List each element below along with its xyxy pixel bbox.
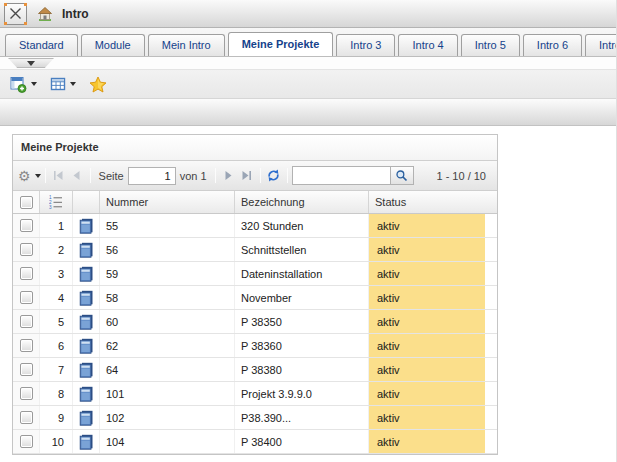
table-row[interactable]: 9 102 P38.390... aktiv bbox=[13, 406, 497, 430]
cell-bezeichnung: P 38380 bbox=[235, 358, 369, 381]
select-all-checkbox[interactable] bbox=[20, 196, 33, 209]
search-icon bbox=[395, 169, 408, 182]
row-checkbox[interactable] bbox=[20, 243, 33, 256]
table-view-button[interactable] bbox=[47, 74, 79, 94]
table-row[interactable]: 2 56 Schnittstellen aktiv bbox=[13, 238, 497, 262]
status-badge: aktiv bbox=[369, 406, 485, 429]
row-number: 9 bbox=[40, 406, 73, 429]
tab-intro-3[interactable]: Intro 3 bbox=[336, 34, 395, 56]
search-input[interactable] bbox=[292, 166, 390, 185]
row-number: 6 bbox=[40, 334, 73, 357]
project-book-icon bbox=[79, 314, 94, 330]
status-badge: aktiv bbox=[369, 430, 485, 453]
row-icon-cell bbox=[73, 310, 100, 333]
favorite-button[interactable] bbox=[86, 74, 110, 95]
row-checkbox[interactable] bbox=[20, 315, 33, 328]
select-all-header[interactable] bbox=[13, 191, 40, 213]
row-number: 2 bbox=[40, 238, 73, 261]
application-window: Intro Standard Module Mein Intro Meine P… bbox=[0, 0, 617, 462]
column-header-bezeichnung[interactable]: Bezeichnung bbox=[235, 191, 369, 213]
status-badge: aktiv bbox=[369, 214, 485, 237]
close-button[interactable] bbox=[4, 3, 27, 25]
add-panel-button[interactable] bbox=[7, 74, 40, 95]
settings-button[interactable]: ⚙ bbox=[18, 166, 41, 186]
row-checkbox[interactable] bbox=[20, 411, 33, 424]
cell-bezeichnung: Schnittstellen bbox=[235, 238, 369, 261]
collapsed-panel-band[interactable] bbox=[0, 99, 616, 126]
project-book-icon bbox=[79, 410, 94, 426]
table-row[interactable]: 5 60 P 38350 aktiv bbox=[13, 310, 497, 334]
row-checkbox[interactable] bbox=[20, 363, 33, 376]
tab-module[interactable]: Module bbox=[81, 34, 145, 56]
collapse-bar bbox=[0, 57, 616, 70]
focus-corner-marker bbox=[4, 3, 7, 6]
project-book-icon bbox=[79, 434, 94, 450]
row-checkbox[interactable] bbox=[20, 387, 33, 400]
prev-page-button[interactable] bbox=[68, 166, 86, 186]
cell-nummer: 56 bbox=[100, 238, 235, 261]
tab-standard[interactable]: Standard bbox=[5, 34, 78, 56]
tab-intro-6[interactable]: Intro 6 bbox=[523, 34, 582, 56]
status-badge: aktiv bbox=[369, 382, 485, 405]
row-select-cell bbox=[13, 286, 40, 309]
column-header-filler bbox=[485, 191, 497, 213]
row-number: 7 bbox=[40, 358, 73, 381]
collapse-handle[interactable] bbox=[8, 58, 54, 68]
row-checkbox[interactable] bbox=[20, 291, 33, 304]
cell-nummer: 102 bbox=[100, 406, 235, 429]
cell-bezeichnung: 320 Stunden bbox=[235, 214, 369, 237]
tab-intro-4[interactable]: Intro 4 bbox=[398, 34, 457, 56]
row-icon-cell bbox=[73, 286, 100, 309]
row-select-cell bbox=[13, 430, 40, 453]
table-row[interactable]: 10 104 P 38400 aktiv bbox=[13, 430, 497, 454]
row-checkbox[interactable] bbox=[20, 339, 33, 352]
cell-status: aktiv bbox=[369, 334, 485, 357]
row-checkbox[interactable] bbox=[20, 435, 33, 448]
table-row[interactable]: 1 55 320 Stunden aktiv bbox=[13, 214, 497, 238]
panel-title: Meine Projekte bbox=[13, 135, 497, 161]
cell-status: aktiv bbox=[369, 238, 485, 261]
projects-panel: Meine Projekte ⚙ Seite von 1 bbox=[12, 134, 498, 455]
table-row[interactable]: 3 59 Dateninstallation aktiv bbox=[13, 262, 497, 286]
row-checkbox[interactable] bbox=[20, 267, 33, 280]
icon-column-header[interactable] bbox=[73, 191, 100, 213]
row-numberer-header[interactable]: 1 2 3 bbox=[40, 191, 73, 213]
cell-bezeichnung: P 38360 bbox=[235, 334, 369, 357]
last-page-button[interactable] bbox=[238, 166, 256, 186]
refresh-button[interactable] bbox=[265, 166, 283, 186]
row-select-cell bbox=[13, 310, 40, 333]
page-number-input[interactable] bbox=[128, 167, 176, 185]
tab-intro-7[interactable]: Intro 7 bbox=[585, 34, 617, 56]
project-book-icon bbox=[79, 386, 94, 402]
cell-status: aktiv bbox=[369, 214, 485, 237]
page-label: Seite bbox=[99, 170, 124, 182]
focus-corner-marker bbox=[24, 3, 27, 6]
status-badge: aktiv bbox=[369, 238, 485, 261]
tab-meine-projekte[interactable]: Meine Projekte bbox=[228, 32, 334, 56]
home-button[interactable] bbox=[36, 5, 54, 23]
first-page-button[interactable] bbox=[50, 166, 68, 186]
row-checkbox[interactable] bbox=[20, 219, 33, 232]
column-header-nummer[interactable]: Nummer bbox=[100, 191, 235, 213]
table-row[interactable]: 4 58 November aktiv bbox=[13, 286, 497, 310]
cell-nummer: 59 bbox=[100, 262, 235, 285]
prev-page-icon bbox=[72, 170, 81, 181]
row-icon-cell bbox=[73, 334, 100, 357]
tab-mein-intro[interactable]: Mein Intro bbox=[148, 34, 225, 56]
page-of-label: von 1 bbox=[180, 170, 207, 182]
page-title: Intro bbox=[62, 7, 89, 21]
project-book-icon bbox=[79, 218, 94, 234]
cell-bezeichnung: Projekt 3.9.9.0 bbox=[235, 382, 369, 405]
first-page-icon bbox=[53, 170, 64, 181]
chevron-down-icon bbox=[35, 174, 41, 178]
cell-status: aktiv bbox=[369, 358, 485, 381]
tab-intro-5[interactable]: Intro 5 bbox=[461, 34, 520, 56]
next-page-button[interactable] bbox=[220, 166, 238, 186]
table-row[interactable]: 7 64 P 38380 aktiv bbox=[13, 358, 497, 382]
table-row[interactable]: 6 62 P 38360 aktiv bbox=[13, 334, 497, 358]
project-book-icon bbox=[79, 290, 94, 306]
search-button[interactable] bbox=[390, 166, 414, 185]
row-number: 8 bbox=[40, 382, 73, 405]
table-row[interactable]: 8 101 Projekt 3.9.9.0 aktiv bbox=[13, 382, 497, 406]
column-header-status[interactable]: Status bbox=[369, 191, 485, 213]
